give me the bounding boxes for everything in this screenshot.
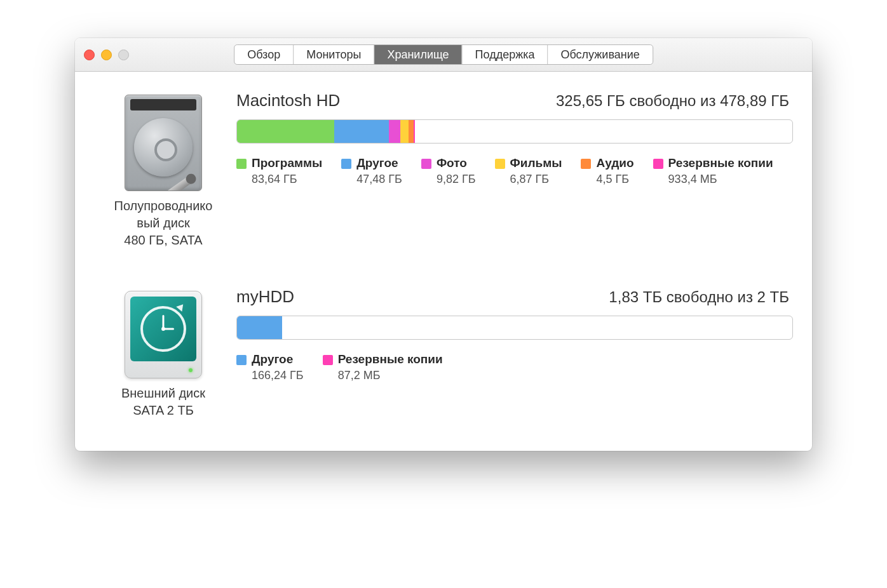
legend: Другое166,24 ГБРезервные копии87,2 МБ xyxy=(236,352,793,382)
disk-name: Macintosh HD xyxy=(236,91,340,110)
legend-value: 9,82 ГБ xyxy=(437,173,476,186)
legend-value: 87,2 МБ xyxy=(338,369,443,382)
legend-item-photos: Фото9,82 ГБ xyxy=(421,156,476,186)
legend-swatch xyxy=(653,159,663,169)
legend-label: Программы xyxy=(252,156,322,170)
legend-label: Фильмы xyxy=(510,156,562,170)
tab-3[interactable]: Поддержка xyxy=(463,45,548,64)
external-drive-icon xyxy=(125,291,202,378)
legend-item-apps: Программы83,64 ГБ xyxy=(236,156,322,186)
about-this-mac-window: ОбзорМониторыХранилищеПоддержкаОбслужива… xyxy=(75,38,812,451)
disk-free-text: 1,83 ТБ свободно из 2 ТБ xyxy=(609,288,789,306)
legend-item-backups: Резервные копии933,4 МБ xyxy=(653,156,773,186)
legend-swatch xyxy=(323,355,333,365)
bar-segment-movies xyxy=(400,120,408,143)
tab-2[interactable]: Хранилище xyxy=(374,45,462,64)
legend-item-audio: Аудио4,5 ГБ xyxy=(581,156,633,186)
legend-swatch xyxy=(236,355,247,365)
legend-label: Фото xyxy=(437,156,476,170)
legend-label: Резервные копии xyxy=(338,352,443,366)
legend-value: 83,64 ГБ xyxy=(252,173,322,186)
disk-icon-column: Полупроводниковый диск480 ГБ, SATA xyxy=(90,91,236,249)
legend-swatch xyxy=(236,159,247,169)
legend-value: 6,87 ГБ xyxy=(510,173,562,186)
tab-1[interactable]: Мониторы xyxy=(294,45,374,64)
legend-item-other: Другое47,48 ГБ xyxy=(341,156,402,186)
legend-item-backups: Резервные копии87,2 МБ xyxy=(323,352,443,382)
legend-label: Другое xyxy=(356,156,402,170)
bar-segment-backups xyxy=(414,120,415,143)
zoom-icon xyxy=(118,50,129,60)
legend-swatch xyxy=(495,159,505,169)
bar-segment-apps xyxy=(237,120,334,143)
legend-value: 933,4 МБ xyxy=(668,173,773,186)
legend: Программы83,64 ГБДругое47,48 ГБФото9,82 … xyxy=(236,156,793,186)
disk-type-label: Полупроводниковый диск480 ГБ, SATA xyxy=(90,197,236,249)
disk-info: myHDD1,83 ТБ свободно из 2 ТБДругое166,2… xyxy=(236,287,793,382)
legend-label: Резервные копии xyxy=(668,156,773,170)
legend-value: 47,48 ГБ xyxy=(356,173,402,186)
disk-row: Внешний дискSATA 2 ТБmyHDD1,83 ТБ свобод… xyxy=(90,287,793,419)
legend-label: Другое xyxy=(252,352,304,366)
storage-bar xyxy=(236,316,793,340)
tab-bar: ОбзорМониторыХранилищеПоддержкаОбслужива… xyxy=(234,44,653,65)
legend-item-movies: Фильмы6,87 ГБ xyxy=(495,156,562,186)
legend-swatch xyxy=(421,159,431,169)
minimize-icon[interactable] xyxy=(101,50,112,60)
tab-4[interactable]: Обслуживание xyxy=(548,45,653,64)
bar-segment-audio xyxy=(409,120,414,143)
bar-segment-other xyxy=(237,316,282,339)
disk-row: Полупроводниковый диск480 ГБ, SATAMacint… xyxy=(90,91,793,249)
tab-0[interactable]: Обзор xyxy=(234,45,294,64)
internal-drive-icon xyxy=(125,95,202,191)
close-icon[interactable] xyxy=(84,50,95,60)
legend-value: 4,5 ГБ xyxy=(596,173,633,186)
storage-bar xyxy=(236,119,793,144)
legend-swatch xyxy=(581,159,591,169)
disk-name: myHDD xyxy=(236,287,294,307)
disk-free-text: 325,65 ГБ свободно из 478,89 ГБ xyxy=(556,92,789,110)
window-controls xyxy=(84,50,129,60)
legend-label: Аудио xyxy=(596,156,633,170)
legend-item-other: Другое166,24 ГБ xyxy=(236,352,304,382)
legend-swatch xyxy=(341,159,351,169)
titlebar: ОбзорМониторыХранилищеПоддержкаОбслужива… xyxy=(75,38,812,72)
disk-info: Macintosh HD325,65 ГБ свободно из 478,89… xyxy=(236,91,793,186)
disk-type-label: Внешний дискSATA 2 ТБ xyxy=(90,385,236,419)
disk-icon-column: Внешний дискSATA 2 ТБ xyxy=(90,287,236,419)
storage-content: Полупроводниковый диск480 ГБ, SATAMacint… xyxy=(75,72,812,451)
bar-segment-other xyxy=(334,120,389,143)
bar-segment-photos xyxy=(389,120,400,143)
legend-value: 166,24 ГБ xyxy=(252,369,304,382)
